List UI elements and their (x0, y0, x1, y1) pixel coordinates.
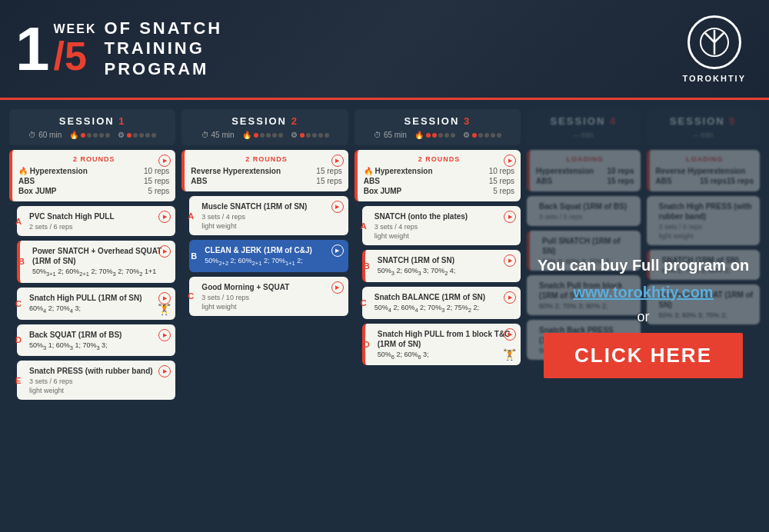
or-text: or (638, 309, 650, 325)
click-here-button[interactable]: CLICK HERE (544, 333, 743, 378)
flame-icon: 🔥 (69, 131, 78, 139)
play-A-s3[interactable]: ▶ (504, 211, 516, 223)
exercise-C-pcts-s3: 50%4 2; 60%4 2; 70%3 2; 75%2 2; (368, 304, 514, 314)
dot-4 (99, 133, 104, 138)
section-B-label: B (18, 257, 25, 266)
play-A-s2[interactable]: ▶ (331, 201, 344, 213)
header: 1 WEEK /5 OF SNATCH TRAINING PROGRAM TOR… (0, 0, 769, 100)
intensity-dots-s3 (426, 133, 455, 138)
play-B-s2[interactable]: ▶ (331, 244, 344, 257)
exercise-D-name-s3: Snatch High PULL from 1 block T&G (1RM o… (371, 329, 514, 349)
play-C-s3[interactable]: ▶ (504, 291, 516, 304)
row-A-s2: ▶ A Muscle SNATCH (1RM of SN) 3 sets / 4… (181, 196, 348, 235)
session-2-stats: ⏱ 45 min 🔥 ⚙ (189, 131, 340, 139)
week-slash: WEEK /5 (54, 22, 97, 76)
play-C-s2[interactable]: ▶ (331, 281, 344, 294)
exercise-B-s1: ▶ B Power SNATCH + Overhead SQUAT (1RM o… (17, 241, 175, 283)
exercise-C-note-s2: light weight (195, 303, 341, 311)
pct-s3-d: 50%6 2; 60%6 3; (378, 351, 429, 361)
exercise-D-s1: ▶ D Back SQUAT (1RM of BS) 50%3 1; 60%3 … (17, 324, 175, 357)
exercise-A-note-s2: light weight (195, 222, 341, 230)
dot-2 (133, 133, 138, 138)
logo-brand: TOROKHTIY (682, 74, 746, 83)
play-B-s3[interactable]: ▶ (504, 254, 516, 267)
exercise-A-sets-s3: 3 sets / 4 reps (368, 223, 514, 231)
session-2-number: 2 (291, 115, 298, 127)
rounds-label-s1: 2 ROUNDS (18, 155, 169, 163)
rounds-s2: 2 ROUNDS (191, 155, 341, 163)
exercise-C-s2: ▶ C Good Morning + SQUAT 3 sets / 10 rep… (189, 277, 348, 316)
dot-5 (105, 133, 110, 138)
exercise-A-note-s3: light weight (368, 232, 514, 240)
section-B-label-s2: B (191, 251, 197, 261)
row-C-s2: ▶ C Good Morning + SQUAT 3 sets / 10 rep… (181, 277, 348, 316)
row-B-s2: ▶ B CLEAN & JERK (1RM of C&J) 50%2+2 2; … (181, 240, 348, 272)
flame-icon-s3: 🔥 (414, 131, 424, 139)
complexity-dots-s2 (300, 133, 329, 138)
flame-icon-s2: 🔥 (242, 131, 251, 139)
intensity-dots-s2 (254, 133, 283, 138)
row-B-s3: ▶ B SNATCH (1RM of SN) 50%3 2; 60%3 3; 7… (355, 250, 521, 282)
exercise-D-pcts-s3: 50%6 2; 60%6 3; (371, 351, 514, 361)
rounds-s3: 2 ROUNDS (364, 155, 514, 163)
time-stat: ⏱ 60 min (28, 131, 62, 139)
fire-icon-s1: 🔥 (18, 167, 28, 175)
time-stat-s3: ⏱ 65 min (374, 131, 407, 139)
svg-line-3 (714, 33, 724, 42)
section-A-label-s2: A (188, 211, 194, 221)
pct-s1-b: 50%3+1 2; 60%2+1 2; 70%3 2; 70%2 1+1 (32, 268, 156, 278)
section-C-label: C (15, 299, 22, 308)
section-C-label-s2: C (188, 291, 194, 301)
pct-s3-b: 50%3 2; 60%3 3; 70%2 4; (378, 267, 456, 277)
svg-line-2 (705, 33, 714, 42)
dumbbell-icon-d-s3: 🏋 (503, 348, 516, 361)
session-2-header: SESSION 2 ⏱ 45 min 🔥 (181, 109, 348, 145)
clock-icon-s2: ⏱ (201, 131, 209, 139)
play-D-s1[interactable]: ▶ (158, 329, 171, 341)
play-warmup-s2[interactable]: ▶ (331, 155, 344, 167)
section-E-label: E (15, 376, 21, 385)
play-button-warmup-s1[interactable]: ▶ (158, 155, 171, 167)
session-3-col: SESSION 3 ⏱ 65 min 🔥 (355, 109, 521, 523)
play-D-s3[interactable]: ▶ (504, 328, 516, 341)
buy-link[interactable]: www.torokhtiy.com (573, 284, 713, 301)
exercise-C-s3: ▶ C Snatch BALANCE (1RM of SN) 50%4 2; 6… (362, 287, 521, 319)
row-A-s3: ▶ A SNATCH (onto the plates) 3 sets / 4 … (355, 206, 521, 245)
warmup-ex1-s2: Reverse Hyperextension 15 reps (191, 166, 341, 176)
pct-s3-c: 50%4 2; 60%4 2; 70%3 2; 75%2 2; (375, 304, 479, 314)
cta-overlay: You can buy Full program on www.torokhti… (527, 109, 760, 523)
exercise-E-s1: ▶ E Snatch PRESS (with rubber band) 3 se… (17, 361, 175, 400)
exercise-C-name-s3: Snatch BALANCE (1RM of SN) (368, 292, 514, 302)
session-1-col: SESSION 1 ⏱ 60 min 🔥 (9, 109, 175, 523)
sessions-4-5-wrapper: SESSION 4 -- min LOADING Hyperextension … (527, 109, 760, 523)
row-A-s1: ▶ A PVC Snatch High PULL 2 sets / 6 reps (9, 206, 175, 236)
session-3-stats: ⏱ 65 min 🔥 ⚙ (362, 131, 513, 139)
slash-five: /5 (54, 36, 97, 76)
exercise-A-s2: ▶ A Muscle SNATCH (1RM of SN) 3 sets / 4… (189, 196, 348, 235)
row-C-s1: ▶ C Snatch High PULL (1RM of SN) 60%4 2;… (9, 288, 175, 320)
section-D-label-s3: D (364, 340, 370, 349)
warmup-ex3-s1: Box JUMP 5 reps (18, 186, 169, 196)
session-1-number: 1 (118, 115, 125, 127)
dot-1 (81, 133, 85, 138)
play-warmup-s3[interactable]: ▶ (504, 155, 516, 167)
warmup-card-s2: ▶ 2 ROUNDS Reverse Hyperextension 15 rep… (181, 150, 348, 191)
warmup-card-s3: ▶ 2 ROUNDS 🔥 Hyperextension 10 reps ABS … (355, 150, 521, 201)
section-C-label-s3: C (361, 298, 367, 308)
exercise-B-pcts-s1: 50%3+1 2; 60%2+1 2; 70%3 2; 70%2 1+1 (26, 268, 169, 278)
exercise-B-name-s2: CLEAN & JERK (1RM of C&J) (198, 245, 341, 255)
exercise-A-s3: ▶ A SNATCH (onto the plates) 3 sets / 4 … (362, 206, 521, 245)
exercise-C-pcts-s1: 60%4 2; 70%4 3; (23, 304, 169, 314)
exercise-E-note-s1: light weight (23, 387, 169, 394)
dot-2 (87, 133, 92, 138)
time-stat-s2: ⏱ 45 min (201, 131, 235, 139)
row-D-s1: ▶ D Back SQUAT (1RM of BS) 50%3 1; 60%3 … (9, 324, 175, 357)
gear-icon-s3: ⚙ (463, 131, 470, 139)
exercise-A-sets-s2: 3 sets / 4 reps (195, 213, 341, 221)
exercise-E-name-s1: Snatch PRESS (with rubber band) (23, 366, 169, 376)
complexity-stat: ⚙ (118, 131, 156, 139)
row-D-s3: ▶ D Snatch High PULL from 1 block T&G (1… (355, 324, 521, 366)
warmup-ex3-s3: Box JUMP 5 reps (364, 186, 514, 196)
complexity-stat-s3: ⚙ (463, 131, 501, 139)
exercise-A-s1: ▶ A PVC Snatch High PULL 2 sets / 6 reps (17, 206, 175, 236)
